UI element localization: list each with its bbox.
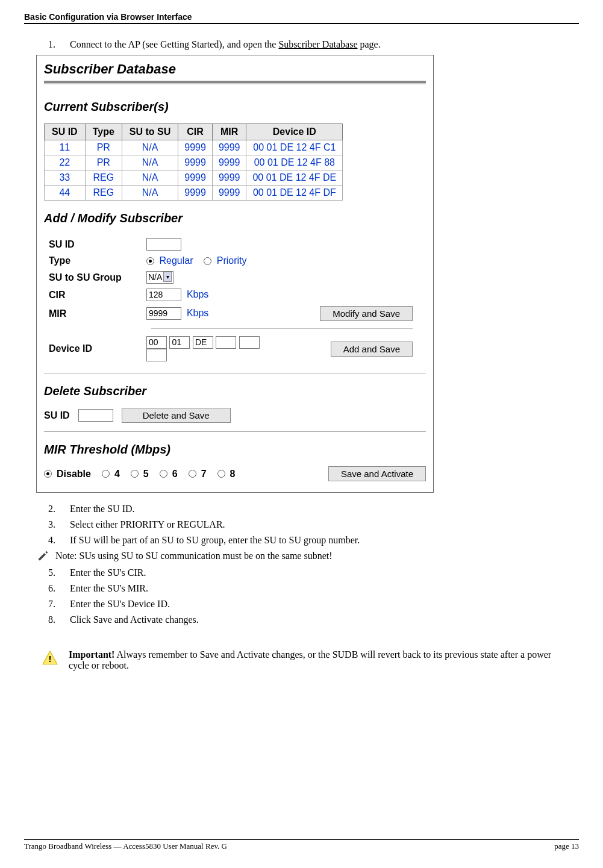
cir-input[interactable]: 128 bbox=[146, 289, 181, 301]
add-and-save-button[interactable]: Add and Save bbox=[331, 342, 413, 357]
page-header: Basic Configuration via Browser Interfac… bbox=[24, 12, 579, 24]
device-id-label: Device ID bbox=[45, 334, 142, 363]
footer-left: Trango Broadband Wireless — Access5830 U… bbox=[24, 841, 227, 851]
note: Note: SUs using SU to SU communication m… bbox=[36, 551, 579, 563]
mir-4-radio[interactable] bbox=[102, 470, 110, 478]
cell: N/A bbox=[122, 186, 178, 201]
step-5: 5. Enter the SU's CIR. bbox=[48, 567, 579, 578]
important-note: ! Important! Always remember to Save and… bbox=[42, 649, 561, 671]
col-su-id: SU ID bbox=[45, 124, 86, 140]
col-su-to-su: SU to SU bbox=[122, 124, 178, 140]
col-device: Device ID bbox=[246, 124, 343, 140]
chevron-down-icon: ▾ bbox=[163, 272, 172, 282]
mir-threshold-heading: MIR Threshold (Mbps) bbox=[44, 443, 426, 457]
cell: PR bbox=[85, 155, 122, 170]
table-row: 33 REG N/A 9999 9999 00 01 DE 12 4F DE bbox=[45, 170, 343, 186]
device-id-1-input[interactable]: 00 bbox=[146, 336, 167, 349]
mir-7-label: 7 bbox=[201, 469, 207, 479]
device-id-3-input[interactable]: DE bbox=[193, 336, 213, 349]
cell: N/A bbox=[122, 140, 178, 155]
cell: 44 bbox=[45, 186, 86, 201]
delete-and-save-button[interactable]: Delete and Save bbox=[122, 408, 231, 423]
step-6: 6. Enter the SU's MIR. bbox=[48, 583, 579, 594]
cell: 00 01 DE 12 4F 88 bbox=[246, 155, 343, 170]
type-priority-radio[interactable] bbox=[204, 257, 211, 265]
cell: 9999 bbox=[212, 155, 246, 170]
step-3: 3. Select either PRIORITY or REGULAR. bbox=[48, 519, 579, 530]
ss-title: Subscriber Database bbox=[44, 61, 426, 77]
step-8: 8. Click Save and Activate changes. bbox=[48, 614, 579, 625]
step-1-text: Connect to the AP (see Getting Started),… bbox=[70, 39, 381, 50]
type-priority-label: Priority bbox=[217, 255, 247, 266]
important-text: Important! Always remember to Save and A… bbox=[69, 649, 561, 671]
add-modify-heading: Add / Modify Subscriber bbox=[44, 211, 426, 225]
su-to-su-label: SU to SU Group bbox=[45, 269, 142, 286]
cell: REG bbox=[85, 170, 122, 186]
mir-8-radio[interactable] bbox=[217, 470, 225, 478]
current-subscribers-heading: Current Subscriber(s) bbox=[44, 100, 426, 114]
modify-and-save-button[interactable]: Modify and Save bbox=[320, 306, 413, 321]
su-id-input[interactable] bbox=[146, 238, 181, 251]
cell: N/A bbox=[122, 170, 178, 186]
step-4-text: If SU will be part of an SU to SU group,… bbox=[70, 535, 360, 546]
delete-subscriber-heading: Delete Subscriber bbox=[44, 384, 426, 398]
type-regular-radio[interactable] bbox=[146, 257, 154, 265]
mir-6-radio[interactable] bbox=[160, 470, 167, 478]
mir-unit: Kbps bbox=[187, 308, 208, 318]
mir-input[interactable]: 9999 bbox=[146, 307, 181, 320]
page-footer: Trango Broadband Wireless — Access5830 U… bbox=[24, 839, 579, 851]
type-regular-label: Regular bbox=[159, 255, 193, 266]
delete-su-id-label: SU ID bbox=[44, 410, 70, 421]
col-mir: MIR bbox=[212, 124, 246, 140]
cell: 9999 bbox=[212, 186, 246, 201]
table-row: 11 PR N/A 9999 9999 00 01 DE 12 4F C1 bbox=[45, 140, 343, 155]
subscriber-database-link: Subscriber Database bbox=[278, 39, 357, 49]
step-6-text: Enter the SU's MIR. bbox=[70, 583, 148, 594]
save-and-activate-button[interactable]: Save and Activate bbox=[328, 466, 426, 481]
cell: 11 bbox=[45, 140, 86, 155]
cir-unit: Kbps bbox=[187, 289, 208, 299]
table-row: 22 PR N/A 9999 9999 00 01 DE 12 4F 88 bbox=[45, 155, 343, 170]
device-id-6-input[interactable] bbox=[146, 349, 167, 361]
cell: 22 bbox=[45, 155, 86, 170]
step-7: 7. Enter the SU's Device ID. bbox=[48, 599, 579, 610]
svg-text:!: ! bbox=[48, 654, 51, 664]
warning-icon: ! bbox=[42, 651, 58, 664]
step-2-num: 2. bbox=[48, 504, 59, 514]
su-to-su-value: N/A bbox=[148, 272, 162, 282]
device-id-2-input[interactable]: 01 bbox=[169, 336, 190, 349]
mir-7-radio[interactable] bbox=[189, 470, 196, 478]
cell: 9999 bbox=[178, 140, 213, 155]
cell: 9999 bbox=[212, 170, 246, 186]
mir-disable-radio[interactable] bbox=[44, 470, 52, 478]
delete-su-id-input[interactable] bbox=[78, 409, 113, 422]
cell: 33 bbox=[45, 170, 86, 186]
cell: N/A bbox=[122, 155, 178, 170]
important-body: Always remember to Save and Activate cha… bbox=[69, 649, 551, 670]
cell: 9999 bbox=[178, 170, 213, 186]
step-4-num: 4. bbox=[48, 535, 59, 546]
cell: 00 01 DE 12 4F C1 bbox=[246, 140, 343, 155]
step-3-text: Select either PRIORITY or REGULAR. bbox=[70, 519, 225, 530]
step-3-num: 3. bbox=[48, 519, 59, 530]
device-id-4-input[interactable] bbox=[216, 336, 236, 349]
screenshot-panel: Subscriber Database Current Subscriber(s… bbox=[36, 55, 434, 493]
add-modify-form: SU ID Type Regular Priority SU to SU Gro… bbox=[44, 235, 417, 364]
su-to-su-select[interactable]: N/A▾ bbox=[146, 271, 173, 284]
su-id-label: SU ID bbox=[45, 236, 142, 252]
col-cir: CIR bbox=[178, 124, 213, 140]
mir-5-radio[interactable] bbox=[131, 470, 139, 478]
device-id-5-input[interactable] bbox=[239, 336, 260, 349]
cell: 9999 bbox=[212, 140, 246, 155]
cell: 00 01 DE 12 4F DE bbox=[246, 170, 343, 186]
col-type: Type bbox=[85, 124, 122, 140]
divider bbox=[44, 431, 426, 432]
cell: 9999 bbox=[178, 155, 213, 170]
step-8-text: Click Save and Activate changes. bbox=[70, 614, 199, 625]
step-6-num: 6. bbox=[48, 583, 59, 594]
step-8-num: 8. bbox=[48, 614, 59, 625]
subscriber-table: SU ID Type SU to SU CIR MIR Device ID 11… bbox=[44, 123, 343, 201]
type-label: Type bbox=[45, 254, 142, 268]
cir-label: CIR bbox=[45, 287, 142, 303]
mir-label: MIR bbox=[45, 304, 142, 323]
